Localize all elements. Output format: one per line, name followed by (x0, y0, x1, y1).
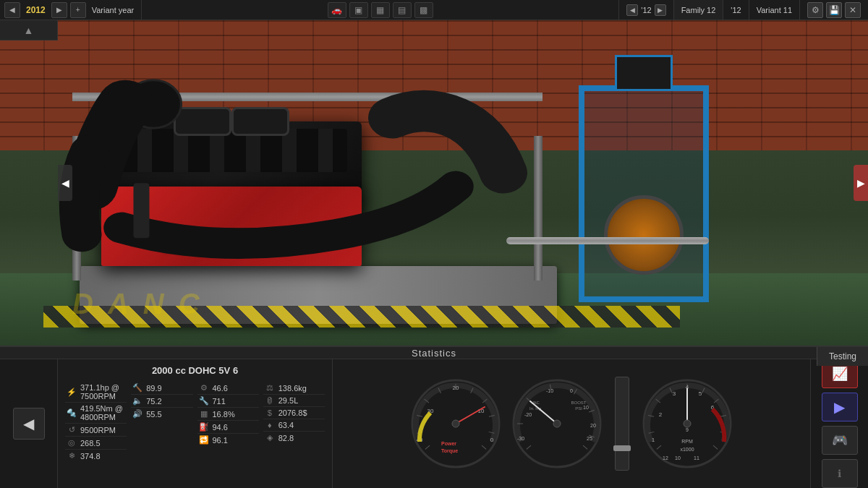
svg-text:2: 2 (659, 411, 663, 418)
test-stand (506, 78, 723, 331)
svg-text:9: 9 (686, 427, 689, 432)
col3-icon4: ⛽ (197, 422, 210, 432)
col3-icon1: ⚙ (197, 383, 210, 393)
stats-col-4: ⚖ 138.6kg 🛢 29.5L $ 2076.8$ ♦ 63.4 (263, 382, 325, 462)
engine-icon-tab[interactable]: 🚗 (328, 2, 346, 18)
svg-text:25: 25 (587, 436, 592, 441)
col2-row3: 🔊 55.5 (131, 408, 192, 420)
turbo-text: TURBO (159, 233, 240, 255)
prev-engine-button[interactable]: ◀ (58, 165, 72, 201)
test-info-button[interactable]: ℹ (822, 459, 858, 488)
engine-background: TURBO (0, 20, 868, 346)
settings-button[interactable]: ⚙ (807, 2, 823, 18)
stat-374: ❄ 374.8 (65, 450, 127, 462)
svg-point-66 (684, 420, 691, 427)
svg-text:20: 20 (453, 385, 459, 391)
prev-year-button[interactable]: ◀ (4, 2, 20, 18)
col2-val3: 55.5 (146, 410, 161, 419)
stats-col-1: ⚡ 371.1hp @ 7500RPM 🔩 419.5Nm @ 4800RPM … (65, 382, 127, 462)
svg-text:5: 5 (699, 390, 702, 397)
next-year-button[interactable]: ▶ (51, 2, 67, 18)
rpm-slider[interactable] (615, 377, 629, 471)
bc-next-btn[interactable]: ▶ (655, 4, 666, 16)
col4-val5: 82.8 (278, 434, 294, 442)
svg-text:10: 10 (675, 455, 681, 461)
bc-year-badge2-text: '12 (731, 6, 741, 14)
gauges-panel: 40 30 20 10 0 Power Torque (333, 359, 810, 488)
col3-row3: ▦ 16.8% (197, 408, 259, 421)
col3-val5: 96.1 (213, 436, 228, 445)
col4-val4: 63.4 (278, 421, 294, 429)
bottom-panel: Statistics Testing ◀ 2000 cc DOHC 5V 6 ⚡… (0, 346, 868, 488)
test-next-button[interactable]: ▶ (822, 393, 858, 421)
svg-text:PSI: PSI (575, 406, 582, 411)
rpm-dial: 1 2 3 4 5 6 7 8 RPM (640, 377, 734, 471)
stat268-icon: ◎ (65, 438, 78, 448)
col4-row5: ◈ 82.8 (263, 432, 325, 444)
svg-text:0: 0 (570, 388, 573, 393)
col2-val1: 89.9 (146, 384, 161, 393)
stats-panel: 2000 cc DOHC 5V 6 ⚡ 371.1hp @ 7500RPM 🔩 … (58, 359, 333, 488)
danger-floor-text: DANC (72, 288, 214, 320)
stat374-value: 374.8 (80, 452, 101, 461)
torque-stat: 🔩 419.5Nm @ 4800RPM (65, 403, 127, 424)
bc-year-badge-text: '12 (641, 6, 651, 14)
bc-variant[interactable]: Variant 11 (749, 0, 799, 20)
torque-value: 419.5Nm @ 4800RPM (80, 404, 127, 421)
power-stat: ⚡ 371.1hp @ 7500RPM (65, 382, 127, 403)
col3-icon5: 🔁 (197, 435, 210, 445)
bottom-left-sidebar: ◀ (0, 359, 58, 488)
col2-icon1: 🔨 (131, 383, 144, 393)
power-icon: ⚡ (65, 388, 78, 397)
stat-268: ◎ 268.5 (65, 437, 127, 450)
save-button[interactable]: 💾 (826, 2, 842, 18)
next-engine-button[interactable]: ▶ (854, 165, 868, 201)
bc-variant-label: Variant 11 (757, 6, 792, 14)
add-year-button[interactable]: + (70, 2, 86, 18)
svg-text:x1000: x1000 (680, 447, 694, 452)
col3-row2: 🔧 711 (197, 395, 259, 408)
icon-tab-4[interactable]: ▤ (393, 2, 412, 18)
stats-title: Statistics (412, 348, 456, 359)
icon-tab-5[interactable]: ▩ (414, 2, 433, 18)
left-nav-button[interactable]: ◀ (13, 408, 45, 440)
engine-spec-title: 2000 cc DOHC 5V 6 (65, 365, 325, 376)
rpm-gauge: 1 2 3 4 5 6 7 8 RPM (640, 377, 734, 471)
torque-icon: 🔩 (65, 408, 78, 418)
stats-columns: ⚡ 371.1hp @ 7500RPM 🔩 419.5Nm @ 4800RPM … (65, 382, 325, 462)
collapse-view-button[interactable]: ▲ (0, 20, 58, 40)
col3-row5: 🔁 96.1 (197, 434, 259, 446)
col4-row4: ♦ 63.4 (263, 419, 325, 432)
power-torque-gauge: 40 30 20 10 0 Power Torque (409, 377, 503, 471)
col3-val2: 711 (213, 397, 226, 406)
cost-icon: $ (263, 408, 276, 417)
svg-text:1: 1 (652, 437, 655, 443)
test-steering-button[interactable]: 🎮 (822, 426, 858, 455)
bc-family[interactable]: Family 12 (673, 0, 723, 20)
col2-icon2: 🔈 (131, 396, 144, 406)
col3-val4: 94.6 (213, 423, 228, 432)
testing-button[interactable]: Testing (817, 347, 868, 366)
svg-text:20: 20 (590, 423, 596, 428)
oil-icon: 🛢 (263, 396, 276, 405)
close-button[interactable]: ✕ (845, 2, 861, 18)
col4-val3: 2076.8$ (278, 408, 307, 417)
svg-point-44 (553, 420, 561, 427)
icon-tab-2[interactable]: ▣ (349, 2, 368, 18)
svg-point-20 (452, 420, 459, 427)
bc-year-badge2[interactable]: '12 (723, 0, 748, 20)
bc-year-badge[interactable]: ◀ '12 ▶ (618, 0, 673, 20)
bottom-content: ◀ 2000 cc DOHC 5V 6 ⚡ 371.1hp @ 7500RPM … (0, 359, 868, 488)
svg-text:-10: -10 (546, 388, 553, 393)
maxrpm-value: 9500RPM (80, 426, 116, 435)
bc-prev-btn[interactable]: ◀ (626, 4, 638, 16)
col4-icon5: ◈ (263, 433, 276, 442)
svg-text:10: 10 (583, 405, 589, 410)
top-center-nav: 🚗 ▣ ▦ ▤ ▩ (142, 2, 618, 18)
svg-text:BOOST: BOOST (571, 401, 586, 405)
testing-panel: 📈 ▶ 🎮 ℹ (810, 359, 868, 488)
stats-col-3: ⚙ 46.6 🔧 711 ▦ 16.8% ⛽ 94.6 (197, 382, 259, 462)
icon-tab-3[interactable]: ▦ (371, 2, 390, 18)
col4-val2: 29.5L (278, 396, 299, 405)
breadcrumb: ◀ '12 ▶ Family 12 '12 Variant 11 ⚙ 💾 ✕ (618, 0, 868, 20)
